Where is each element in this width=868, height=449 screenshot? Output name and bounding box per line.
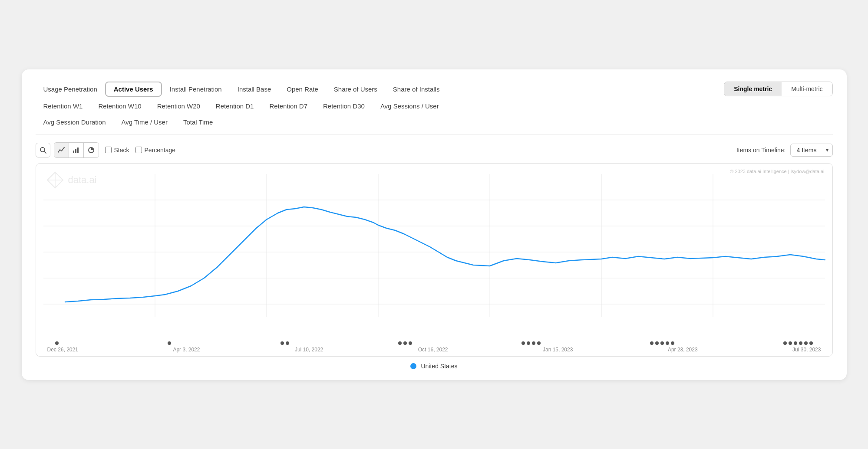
tab-retention-w20[interactable]: Retention W20	[149, 99, 208, 113]
copyright-text: © 2023 data.ai Intelligence | lsydow@dat…	[730, 169, 824, 174]
line-chart-icon	[58, 147, 65, 154]
dot	[671, 341, 674, 345]
dot	[783, 341, 787, 345]
bar-chart-icon	[73, 147, 79, 154]
x-label-apr2023: Apr 23, 2023	[668, 347, 698, 353]
dot	[804, 341, 808, 345]
tab-share-of-installs[interactable]: Share of Installs	[385, 82, 448, 96]
tab-retention-d30[interactable]: Retention D30	[315, 99, 373, 113]
x-axis-labels: Dec 26, 2021 Apr 3, 2022 Jul 10, 2022 Oc…	[43, 345, 825, 353]
multi-metric-btn[interactable]: Multi-metric	[782, 82, 832, 96]
tab-row-1: Usage Penetration Active Users Install P…	[36, 82, 833, 97]
svg-rect-2	[73, 151, 74, 153]
dot	[398, 341, 402, 345]
chart-type-group	[54, 142, 99, 158]
tab-avg-session-duration[interactable]: Avg Session Duration	[36, 115, 114, 129]
x-label-jan2023: Jan 15, 2023	[543, 347, 573, 353]
watermark-text: data.ai	[68, 174, 97, 186]
tab-retention-d7[interactable]: Retention D7	[261, 99, 315, 113]
stack-checkbox[interactable]	[105, 147, 112, 153]
line-chart-btn[interactable]	[54, 143, 69, 157]
dot	[281, 341, 284, 345]
watermark: data.ai	[46, 171, 97, 189]
tab-usage-penetration[interactable]: Usage Penetration	[36, 82, 105, 96]
dot	[532, 341, 535, 345]
tab-row-3: Avg Session Duration Avg Time / User Tot…	[36, 115, 833, 129]
dot	[794, 341, 797, 345]
watermark-diamond-icon	[46, 171, 64, 189]
dot	[286, 341, 289, 345]
legend-label-us: United States	[421, 363, 457, 370]
tab-retention-w10[interactable]: Retention W10	[90, 99, 149, 113]
main-card: Usage Penetration Active Users Install P…	[22, 69, 847, 380]
x-label-oct2022: Oct 16, 2022	[418, 347, 448, 353]
dot	[660, 341, 664, 345]
tab-avg-time-user[interactable]: Avg Time / User	[113, 115, 175, 129]
dot	[809, 341, 813, 345]
single-metric-btn[interactable]: Single metric	[724, 82, 782, 96]
timeline-dropdown[interactable]: 4 Items 1 Item 2 Items 3 Items 5 Items	[790, 144, 833, 157]
toolbar: Stack Percentage Items on Timeline: 4 It…	[36, 142, 833, 158]
dot	[168, 341, 171, 345]
svg-line-12	[47, 180, 55, 188]
dot	[409, 341, 412, 345]
tab-retention-d1[interactable]: Retention D1	[208, 99, 262, 113]
percentage-label: Percentage	[145, 147, 176, 154]
timeline-dropdown-wrapper: 4 Items 1 Item 2 Items 3 Items 5 Items ▾	[790, 144, 833, 157]
x-label-apr2022: Apr 3, 2022	[173, 347, 200, 353]
timeline-selector: Items on Timeline: 4 Items 1 Item 2 Item…	[736, 144, 833, 157]
tab-install-base[interactable]: Install Base	[230, 82, 279, 96]
dot	[537, 341, 541, 345]
tab-open-rate[interactable]: Open Rate	[279, 82, 326, 96]
dot	[666, 341, 669, 345]
tab-install-penetration[interactable]: Install Penetration	[162, 82, 230, 96]
stack-checkbox-label[interactable]: Stack	[105, 147, 129, 154]
pie-chart-icon	[88, 147, 95, 154]
svg-line-1	[44, 151, 46, 153]
dot	[527, 341, 530, 345]
x-label-jul2023: Jul 30, 2023	[792, 347, 821, 353]
dot	[789, 341, 792, 345]
timeline-label: Items on Timeline:	[736, 147, 786, 154]
tab-share-of-users[interactable]: Share of Users	[326, 82, 385, 96]
dot	[55, 341, 59, 345]
percentage-checkbox-label[interactable]: Percentage	[135, 147, 176, 154]
dot	[521, 341, 525, 345]
search-icon	[40, 147, 46, 154]
svg-line-10	[55, 172, 63, 180]
dots-row	[43, 341, 825, 345]
view-toggle: Single metric Multi-metric	[724, 82, 832, 96]
dot	[403, 341, 407, 345]
dot	[650, 341, 653, 345]
pie-chart-btn[interactable]	[84, 143, 99, 157]
tab-total-time[interactable]: Total Time	[175, 115, 221, 129]
tab-retention-w1[interactable]: Retention W1	[36, 99, 91, 113]
chart-line	[65, 207, 825, 302]
percentage-checkbox[interactable]	[135, 147, 142, 153]
tab-avg-sessions[interactable]: Avg Sessions / User	[373, 99, 447, 113]
legend-dot-us	[410, 363, 416, 369]
divider	[36, 134, 833, 134]
dot	[655, 341, 659, 345]
svg-line-11	[55, 180, 63, 188]
tab-active-users[interactable]: Active Users	[105, 82, 162, 97]
chart-legend: United States	[36, 363, 833, 370]
stack-label: Stack	[114, 147, 129, 154]
x-label-dec2021: Dec 26, 2021	[47, 347, 78, 353]
chart-svg-wrapper	[43, 174, 825, 341]
tab-row-2: Retention W1 Retention W10 Retention W20…	[36, 99, 833, 113]
svg-rect-4	[77, 147, 79, 153]
bar-chart-btn[interactable]	[69, 143, 84, 157]
chart-svg	[43, 174, 825, 339]
svg-rect-3	[75, 149, 76, 153]
x-label-jul2022: Jul 10, 2022	[295, 347, 323, 353]
svg-line-9	[47, 172, 55, 180]
search-icon-btn[interactable]	[36, 143, 50, 157]
chart-container: data.ai © 2023 data.ai Intelligence | ls…	[36, 163, 833, 357]
dot	[799, 341, 802, 345]
